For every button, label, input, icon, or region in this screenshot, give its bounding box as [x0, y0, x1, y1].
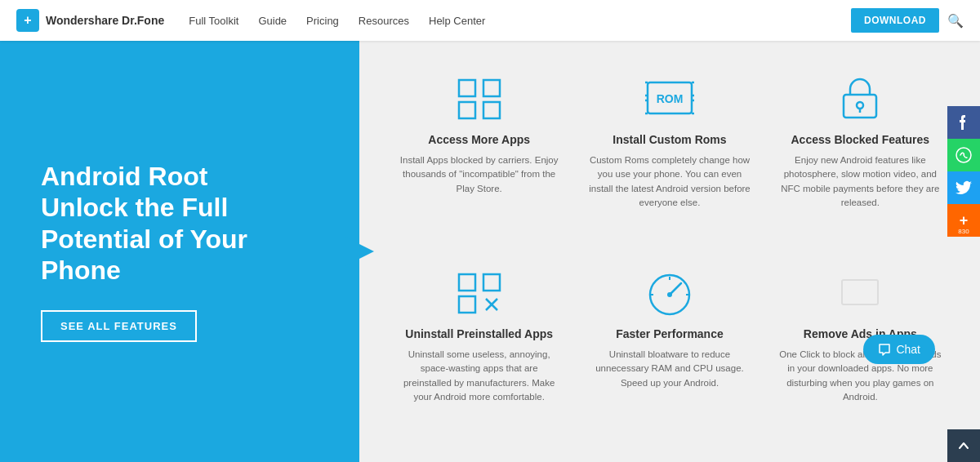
feature-desc-4: Uninstall some useless, annoying, space-… [396, 348, 562, 404]
logo-icon: + [16, 9, 39, 32]
ads-icon [835, 268, 884, 317]
chevron-up-icon [958, 440, 969, 451]
chat-label: Chat [896, 343, 920, 356]
logo[interactable]: + Wondershare Dr.Fone [16, 9, 164, 32]
speed-icon [645, 268, 694, 317]
feature-faster-performance: Faster Performance Uninstall bloatware t… [574, 251, 764, 446]
feature-desc-1: Install Apps blocked by carriers. Enjoy … [396, 153, 562, 196]
hero-section: Android RootUnlock the FullPotential of … [0, 41, 359, 462]
share-button[interactable]: + 830 [947, 204, 980, 237]
feature-access-more-apps: Access More Apps Install Apps blocked by… [384, 57, 574, 251]
see-all-features-button[interactable]: SEE ALL FEATURES [41, 310, 197, 342]
nav-full-toolkit[interactable]: Full Toolkit [189, 15, 238, 27]
logo-text: Wondershare Dr.Fone [46, 14, 164, 27]
feature-title-1: Access More Apps [428, 132, 530, 147]
header: + Wondershare Dr.Fone Full Toolkit Guide… [0, 0, 980, 41]
nav-pricing[interactable]: Pricing [306, 15, 339, 27]
nav-help-center[interactable]: Help Center [429, 15, 485, 27]
download-button[interactable]: DOWNLOAD [851, 8, 939, 33]
svg-rect-18 [483, 274, 500, 291]
back-to-top-button[interactable] [947, 429, 980, 462]
feature-title-5: Faster Performance [616, 327, 724, 341]
feature-title-2: Install Custom Roms [612, 132, 726, 147]
feature-desc-5: Uninstall bloatware to reduce unnecessar… [586, 348, 752, 390]
feature-uninstall-apps: Uninstall Preinstalled Apps Uninstall so… [384, 251, 574, 446]
svg-rect-3 [483, 102, 500, 118]
chat-button[interactable]: Chat [863, 335, 935, 364]
svg-rect-0 [459, 80, 475, 96]
svg-rect-1 [483, 80, 500, 96]
rom-icon: ROM [645, 73, 694, 122]
hero-title: Android RootUnlock the FullPotential of … [41, 161, 318, 287]
svg-rect-14 [844, 95, 876, 118]
chat-icon [878, 343, 891, 356]
social-sidebar: + 830 [947, 106, 980, 237]
lock-icon [835, 73, 884, 122]
main-content: Android RootUnlock the FullPotential of … [0, 41, 980, 462]
uninstall-icon [455, 268, 504, 317]
svg-point-15 [857, 102, 863, 109]
svg-rect-27 [842, 280, 878, 304]
apps-icon [455, 73, 504, 122]
feature-title-3: Access Blocked Features [791, 132, 930, 147]
features-grid: Access More Apps Install Apps blocked by… [359, 41, 980, 462]
svg-rect-19 [459, 296, 475, 313]
whatsapp-share-button[interactable] [947, 139, 980, 171]
svg-rect-2 [459, 102, 475, 118]
feature-access-blocked: Access Blocked Features Enjoy new Androi… [765, 57, 956, 251]
feature-desc-3: Enjoy new Android features like photosph… [777, 153, 943, 210]
svg-rect-17 [459, 274, 475, 291]
svg-text:ROM: ROM [657, 92, 684, 105]
feature-desc-2: Custom Roms completely change how you us… [586, 153, 752, 210]
feature-install-custom-roms: ROM Install Custom Roms Custom Roms comp… [574, 57, 764, 251]
nav-resources[interactable]: Resources [359, 15, 409, 27]
feature-title-4: Uninstall Preinstalled Apps [405, 327, 553, 341]
search-icon[interactable]: 🔍 [947, 13, 964, 29]
nav-guide[interactable]: Guide [258, 15, 287, 27]
svg-point-23 [667, 292, 672, 297]
main-nav: Full Toolkit Guide Pricing Resources Hel… [189, 15, 851, 27]
twitter-share-button[interactable] [947, 171, 980, 204]
facebook-share-button[interactable] [947, 106, 980, 139]
